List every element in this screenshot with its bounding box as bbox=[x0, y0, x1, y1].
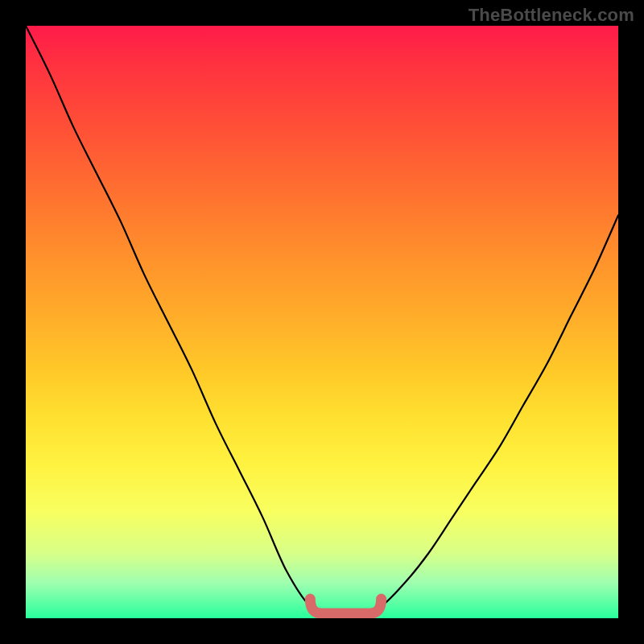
plot-area bbox=[26, 26, 618, 618]
chart-frame: TheBottleneck.com bbox=[0, 0, 644, 644]
bottom-hump-marker bbox=[26, 26, 618, 618]
watermark-text: TheBottleneck.com bbox=[469, 5, 634, 26]
